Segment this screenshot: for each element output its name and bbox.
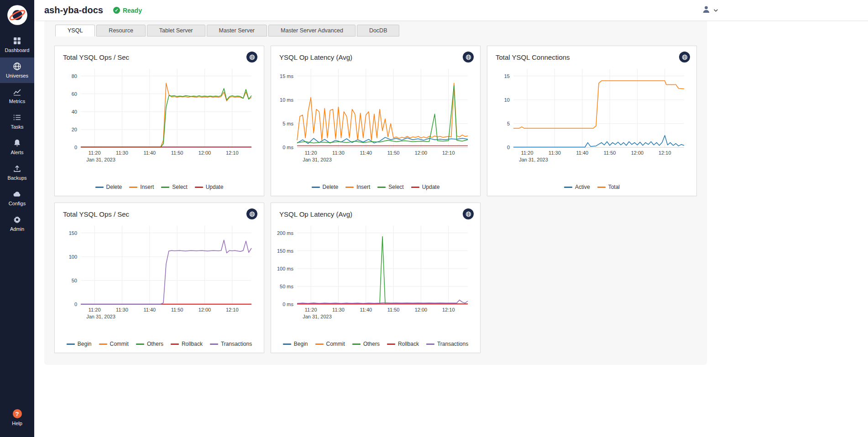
globe-icon	[465, 211, 471, 217]
sidebar-item-label: Universes	[6, 73, 28, 78]
legend-item[interactable]: Transactions	[426, 341, 468, 347]
tab-tablet-server[interactable]: Tablet Server	[147, 25, 205, 36]
sidebar-item-admin[interactable]: Admin	[0, 211, 34, 236]
svg-text:11:30: 11:30	[116, 150, 128, 156]
svg-text:50: 50	[72, 278, 77, 283]
legend-item[interactable]: Transactions	[210, 341, 252, 347]
legend-swatch	[67, 343, 75, 345]
sidebar-item-help[interactable]: ? Help	[0, 405, 34, 431]
legend-label: Insert	[356, 184, 370, 190]
app-logo[interactable]	[0, 0, 34, 32]
svg-text:11:40: 11:40	[143, 307, 156, 312]
chart-panel-ysql-latency: YSQL Op Latency (Avg) 11:20Jan 31, 20231…	[271, 46, 481, 196]
panel-globe-button[interactable]	[246, 208, 257, 219]
sidebar-item-label: Tasks	[10, 124, 23, 130]
tab-master-server[interactable]: Master Server	[207, 25, 267, 36]
tab-docdb[interactable]: DocDB	[357, 25, 400, 36]
legend-item[interactable]: Select	[377, 184, 403, 190]
panel-globe-button[interactable]	[463, 52, 474, 62]
universe-title: ash-yba-docs	[44, 5, 103, 16]
legend-item[interactable]: Update	[411, 184, 440, 190]
legend-swatch	[283, 343, 291, 345]
globe-icon	[465, 54, 471, 60]
legend-label: Select	[172, 184, 187, 190]
legend-item[interactable]: Total	[597, 184, 620, 190]
header: ash-yba-docs ✓ Ready	[34, 0, 868, 21]
legend-item[interactable]: Rollback	[171, 341, 203, 347]
user-menu[interactable]	[702, 5, 718, 16]
legend-item[interactable]: Commit	[315, 341, 345, 347]
tab-ysql[interactable]: YSQL	[55, 25, 95, 36]
svg-text:100: 100	[69, 254, 77, 260]
svg-text:100 ms: 100 ms	[277, 266, 294, 271]
svg-text:12:00: 12:00	[199, 150, 211, 156]
tab-resource[interactable]: Resource	[96, 25, 146, 36]
chart-title: Total YSQL Ops / Sec	[63, 210, 129, 218]
chart-canvas: 11:20Jan 31, 202311:3011:4011:5012:0012:…	[55, 62, 264, 172]
chart-title: Total YSQL Ops / Sec	[63, 53, 129, 61]
svg-text:11:30: 11:30	[549, 150, 561, 156]
svg-text:12:00: 12:00	[199, 307, 211, 312]
legend-label: Active	[575, 184, 590, 190]
panel-globe-button[interactable]	[463, 208, 474, 219]
panel-globe-button[interactable]	[679, 52, 690, 62]
legend-label: Update	[206, 184, 224, 190]
svg-text:60: 60	[72, 91, 77, 97]
sidebar-item-backups[interactable]: Backups	[0, 160, 34, 185]
svg-text:11:30: 11:30	[332, 150, 345, 156]
legend-item[interactable]: Begin	[283, 341, 308, 347]
legend-item[interactable]: Insert	[129, 184, 154, 190]
legend-item[interactable]: Delete	[312, 184, 339, 190]
sidebar-item-tasks[interactable]: Tasks	[0, 109, 34, 134]
chart-panel-ysql-connections: Total YSQL Connections 11:20Jan 31, 2023…	[487, 46, 697, 196]
sidebar-item-metrics[interactable]: Metrics	[0, 83, 34, 109]
sidebar-item-label: Alerts	[10, 150, 23, 155]
legend-label: Transactions	[221, 341, 252, 347]
chart-legend: DeleteInsertSelectUpdate	[55, 184, 264, 196]
chart-title: YSQL Op Latency (Avg)	[279, 53, 352, 61]
panel-globe-button[interactable]	[246, 52, 257, 62]
svg-text:Jan 31, 2023: Jan 31, 2023	[86, 157, 115, 162]
dashboard-icon	[13, 36, 21, 45]
app-root: Dashboard Universes Metrics Tasks Alerts	[0, 0, 868, 437]
svg-text:11:50: 11:50	[171, 307, 183, 312]
legend-item[interactable]: Commit	[99, 341, 129, 347]
legend-item[interactable]: Others	[136, 341, 163, 347]
svg-text:10: 10	[504, 97, 510, 103]
svg-text:80: 80	[72, 73, 77, 79]
sidebar-item-configs[interactable]: Configs	[0, 185, 34, 211]
sidebar-item-dashboard[interactable]: Dashboard	[0, 32, 34, 57]
legend-item[interactable]: Select	[161, 184, 187, 190]
tab-master-server-advanced[interactable]: Master Server Advanced	[268, 25, 356, 36]
user-icon	[702, 5, 711, 16]
legend-item[interactable]: Rollback	[387, 341, 419, 347]
sidebar-item-label: Backups	[7, 175, 26, 181]
chart-legend: BeginCommitOthersRollbackTransactions	[55, 341, 264, 353]
legend-label: Commit	[326, 341, 345, 347]
sidebar-item-alerts[interactable]: Alerts	[0, 134, 34, 160]
legend-item[interactable]: Others	[352, 341, 380, 347]
chart-title: Total YSQL Connections	[496, 53, 570, 61]
legend-item[interactable]: Active	[564, 184, 590, 190]
legend-item[interactable]: Begin	[67, 341, 92, 347]
sidebar-item-universes[interactable]: Universes	[0, 57, 34, 83]
svg-text:11:40: 11:40	[360, 150, 372, 156]
chart-canvas: 11:20Jan 31, 202311:3011:4011:5012:0012:…	[271, 219, 480, 329]
legend-item[interactable]: Delete	[95, 184, 122, 190]
svg-text:11:50: 11:50	[604, 150, 616, 156]
svg-text:12:10: 12:10	[226, 307, 239, 312]
globe-icon	[249, 54, 255, 60]
check-icon: ✓	[113, 7, 120, 14]
svg-text:150 ms: 150 ms	[277, 248, 294, 254]
svg-text:200 ms: 200 ms	[277, 230, 294, 236]
svg-text:5: 5	[507, 121, 510, 126]
help-icon: ?	[13, 409, 22, 418]
legend-swatch	[315, 343, 324, 345]
legend-swatch	[377, 187, 386, 188]
legend-label: Select	[388, 184, 403, 190]
chart-legend: BeginCommitOthersRollbackTransactions	[271, 341, 480, 353]
legend-item[interactable]: Insert	[345, 184, 370, 190]
legend-item[interactable]: Update	[195, 184, 224, 190]
legend-label: Rollback	[182, 341, 203, 347]
svg-text:12:10: 12:10	[442, 307, 455, 312]
